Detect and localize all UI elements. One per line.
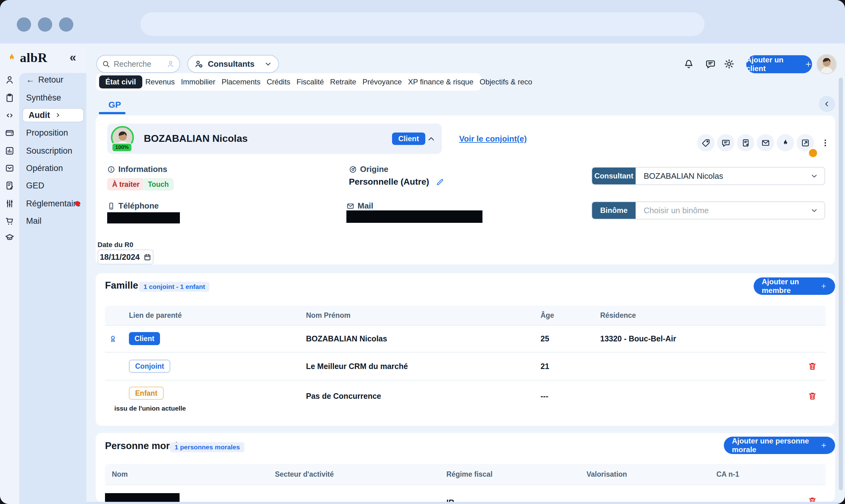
col-nom: Nom xyxy=(112,464,128,484)
pending-indicator-dot xyxy=(808,148,818,158)
window-minimize-button[interactable] xyxy=(38,17,52,32)
personne-morale-table: Nom Secteur d'activité Régime fiscal Val… xyxy=(105,464,826,502)
edit-pencil-icon[interactable] xyxy=(436,178,444,186)
tab-etat-civil[interactable]: État civil xyxy=(99,75,142,88)
sidebar-collapse-button[interactable]: « xyxy=(70,51,76,64)
code-icon[interactable] xyxy=(5,110,15,121)
search-input[interactable] xyxy=(113,59,163,69)
mail-small-icon xyxy=(346,202,355,210)
tab-fiscalite[interactable]: Fiscalité xyxy=(294,77,327,86)
sidebar-item-reglementaire[interactable]: Réglementaire xyxy=(26,197,81,211)
famille-row-client[interactable]: Client BOZABALIAN Nicolas 25 13320 - Bou… xyxy=(105,325,826,352)
tab-xp-finance[interactable]: XP finance & risque xyxy=(405,77,476,86)
tab-immobilier[interactable]: Immobilier xyxy=(178,77,219,86)
relation-badge-conjoint: Conjoint xyxy=(129,360,170,373)
delete-personne-morale-trash-icon[interactable] xyxy=(808,496,817,502)
sidebar-item-audit[interactable]: Audit xyxy=(22,108,84,122)
informations-section-label: Informations xyxy=(107,164,167,174)
binome-select[interactable]: Binôme Choisir un binôme xyxy=(591,201,825,219)
famille-count-badge: 1 conjoint - 1 enfant xyxy=(139,282,209,292)
mail-icon[interactable] xyxy=(757,134,774,151)
sidebar-item-mail[interactable]: Mail xyxy=(26,214,41,228)
col-nom-prenom: Nom Prénom xyxy=(306,306,350,325)
pm-valorisation: --- xyxy=(587,493,594,502)
sliders-icon[interactable] xyxy=(5,199,15,209)
mail-section-label: Mail xyxy=(346,201,374,211)
add-member-button[interactable]: Ajouter un membre xyxy=(754,277,835,295)
graduation-cap-icon[interactable] xyxy=(5,232,15,242)
chevron-down-icon xyxy=(810,172,818,180)
tab-objectifs[interactable]: Objectifs & reco xyxy=(477,77,535,86)
origine-value-row: Personnelle (Autre) xyxy=(349,177,444,187)
member-age: 21 xyxy=(540,353,549,380)
consultant-select-label: Consultant xyxy=(592,167,636,184)
delete-member-trash-icon[interactable] xyxy=(808,362,817,371)
sidebar-item-operation[interactable]: Opération xyxy=(26,161,63,175)
inbox-icon[interactable] xyxy=(5,163,15,173)
famille-row-conjoint[interactable]: Conjoint Le Meilleur CRM du marché 21 xyxy=(105,352,826,380)
date-r0-input[interactable]: 18/11/2024 xyxy=(98,250,154,265)
browser-address-bar[interactable] xyxy=(140,13,705,36)
kebab-menu-icon[interactable] xyxy=(816,134,834,151)
window-close-button[interactable] xyxy=(17,17,31,32)
cart-icon[interactable] xyxy=(5,216,15,226)
plus-icon xyxy=(805,60,812,68)
personne-morale-row[interactable]: --- IR --- --- xyxy=(105,484,826,502)
sidebar-item-souscription[interactable]: Souscription xyxy=(26,144,72,158)
app-logo: albR xyxy=(6,50,47,65)
sidebar-item-synthese[interactable]: Synthèse xyxy=(26,91,61,105)
notification-dot xyxy=(75,201,80,206)
plus-icon xyxy=(821,441,827,449)
user-avatar[interactable] xyxy=(817,54,836,74)
messages-icon[interactable] xyxy=(705,59,716,69)
scope-selector[interactable]: Consultants xyxy=(187,55,279,73)
col-valorisation: Valorisation xyxy=(587,464,627,484)
col-residence: Résidence xyxy=(600,306,636,325)
document-pen-icon[interactable] xyxy=(5,181,15,191)
chevron-right-icon xyxy=(54,112,61,119)
col-secteur: Secteur d'activité xyxy=(275,464,334,484)
window-controls xyxy=(17,17,73,32)
add-client-button[interactable]: Ajouter un client xyxy=(746,55,812,73)
person-icon[interactable] xyxy=(5,75,15,85)
client-status-badge: Client xyxy=(392,132,425,145)
date-r0-label: Date du R0 xyxy=(98,241,133,249)
search-box xyxy=(96,55,180,73)
target-icon xyxy=(349,165,357,174)
wallet-icon[interactable] xyxy=(5,128,15,138)
settings-gear-icon[interactable] xyxy=(724,59,735,69)
bar-chart-icon[interactable] xyxy=(5,146,15,156)
view-conjoint-link[interactable]: Voir le conjoint(e) xyxy=(459,134,527,144)
delete-member-trash-icon[interactable] xyxy=(808,391,817,401)
panel-collapse-button[interactable] xyxy=(819,96,835,112)
chevron-up-icon[interactable] xyxy=(427,134,436,144)
origine-section-label: Origine xyxy=(349,164,388,174)
flame-icon[interactable] xyxy=(777,134,794,151)
scrollbar-thumb[interactable] xyxy=(839,77,843,490)
chevron-left-icon xyxy=(823,100,831,108)
tag-icon[interactable] xyxy=(697,134,714,151)
scope-selector-label: Consultants xyxy=(208,59,260,69)
subtab-gp[interactable]: GP xyxy=(108,100,121,110)
tab-credits[interactable]: Crédits xyxy=(264,77,294,86)
comment-icon[interactable] xyxy=(717,134,735,151)
tab-retraite[interactable]: Retraite xyxy=(327,77,359,86)
window-maximize-button[interactable] xyxy=(59,17,73,32)
tab-revenus[interactable]: Revenus xyxy=(142,77,178,86)
notifications-bell-icon[interactable] xyxy=(684,59,694,69)
clipboard-icon[interactable] xyxy=(5,93,15,103)
member-name: Pas de Concurrence xyxy=(306,380,381,412)
relation-badge-client: Client xyxy=(129,332,160,345)
plus-icon xyxy=(821,282,827,290)
sidebar-back-button[interactable]: ← Retour xyxy=(26,73,63,87)
document-star-icon[interactable] xyxy=(737,134,754,151)
consultant-select[interactable]: Consultant BOZABALIAN Nicolas xyxy=(591,167,825,185)
tab-placements[interactable]: Placements xyxy=(219,77,263,86)
sidebar-item-ged[interactable]: GED xyxy=(26,179,45,193)
pm-ca: --- xyxy=(717,493,724,502)
tab-prevoyance[interactable]: Prévoyance xyxy=(359,77,405,86)
sidebar-item-proposition[interactable]: Proposition xyxy=(26,126,68,140)
arrow-left-icon: ← xyxy=(26,75,34,85)
add-personne-morale-button[interactable]: Ajouter une personne morale xyxy=(724,437,835,454)
famille-row-enfant[interactable]: Enfant issu de l'union actuelle Pas de C… xyxy=(105,380,826,415)
